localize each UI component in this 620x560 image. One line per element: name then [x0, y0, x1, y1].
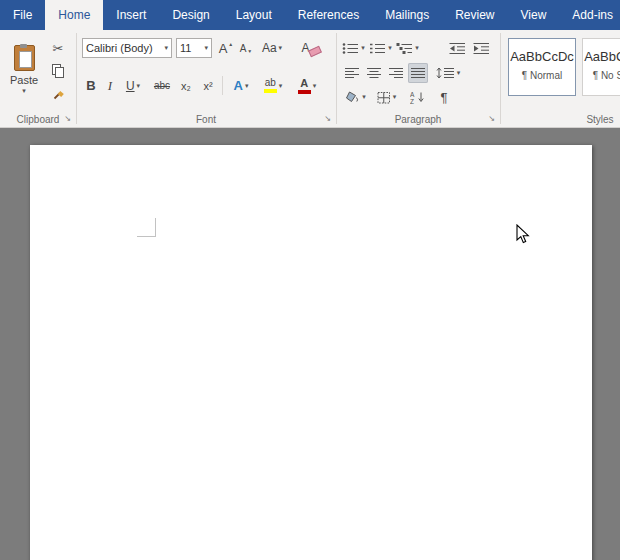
align-right-icon — [389, 67, 404, 79]
strikethrough-button[interactable]: abc — [150, 75, 174, 96]
font-name-value: Calibri (Body) — [86, 42, 153, 54]
clipboard-group: Paste Clipboard — [0, 30, 76, 127]
tab-insert[interactable]: Insert — [103, 0, 159, 30]
style-no-spacing[interactable]: AaBbCcDc ¶ No Spac — [582, 38, 620, 96]
paint-bucket-icon — [345, 91, 360, 103]
bold-icon: B — [86, 78, 95, 93]
bullets-button[interactable] — [341, 38, 366, 58]
underline-button[interactable]: U — [120, 75, 146, 96]
justify-button[interactable] — [408, 63, 428, 83]
font-dialog-launcher-icon[interactable] — [322, 113, 333, 124]
format-painter-brush-icon — [52, 87, 65, 100]
style-preview: AaBbCcDc — [509, 49, 575, 64]
scissors-icon — [53, 39, 64, 57]
copy-icon — [52, 64, 65, 78]
font-color-icon: A — [298, 78, 311, 94]
eraser-icon — [308, 46, 322, 57]
sort-button[interactable]: A Z — [406, 87, 428, 107]
margin-crop-mark — [137, 218, 156, 237]
svg-text:Z: Z — [410, 97, 414, 104]
clipboard-dialog-launcher-icon[interactable] — [62, 113, 73, 124]
paste-button[interactable]: Paste — [4, 34, 44, 106]
borders-grid-icon — [377, 91, 391, 104]
styles-group-label: Styles — [500, 114, 620, 125]
tab-design[interactable]: Design — [159, 0, 222, 30]
font-color-button[interactable]: A — [292, 75, 322, 96]
document-page[interactable] — [30, 145, 592, 560]
font-group-label: Font — [76, 114, 336, 125]
tab-layout[interactable]: Layout — [223, 0, 285, 30]
italic-icon: I — [108, 78, 112, 94]
line-spacing-button[interactable] — [433, 63, 463, 83]
ribbon: Paste Clipboard Calibri (Body) — [0, 30, 620, 128]
strikethrough-icon: abc — [154, 80, 170, 91]
text-highlight-color-button[interactable]: ab — [258, 75, 288, 96]
shading-button[interactable] — [342, 87, 369, 107]
superscript-icon: x² — [203, 80, 212, 92]
line-spacing-icon — [436, 67, 455, 79]
subscript-icon: x₂ — [181, 80, 191, 92]
align-left-button[interactable] — [342, 63, 362, 83]
tab-addins[interactable]: Add-ins — [559, 0, 620, 30]
numbering-button[interactable] — [368, 38, 393, 58]
multilevel-list-icon — [396, 42, 413, 55]
change-case-button[interactable]: Aa — [258, 38, 286, 58]
italic-button[interactable]: I — [102, 75, 118, 96]
font-name-combobox[interactable]: Calibri (Body) — [82, 38, 172, 58]
grow-font-icon: A — [219, 41, 228, 56]
text-effects-icon: A — [234, 78, 243, 93]
bold-button[interactable]: B — [82, 75, 100, 96]
styles-group: AaBbCcDc ¶ Normal AaBbCcDc ¶ No Spac Sty… — [500, 30, 620, 127]
paste-label: Paste — [10, 74, 38, 86]
font-size-combobox[interactable]: 11 — [176, 38, 212, 58]
format-painter-button[interactable] — [46, 84, 70, 103]
increase-indent-button[interactable] — [470, 38, 492, 58]
paragraph-group: A Z ¶ Paragraph — [336, 30, 500, 127]
sort-az-icon: A Z — [410, 91, 425, 104]
tab-references[interactable]: References — [285, 0, 372, 30]
shrink-font-button[interactable]: A — [237, 38, 255, 58]
style-name: ¶ Normal — [509, 70, 575, 81]
tab-review[interactable]: Review — [442, 0, 507, 30]
font-group: Calibri (Body) 11 A A Aa A B I — [76, 30, 336, 127]
align-center-icon — [367, 67, 382, 79]
show-paragraph-marks-button[interactable]: ¶ — [434, 87, 454, 107]
multilevel-list-button[interactable] — [395, 38, 420, 58]
tab-view[interactable]: View — [508, 0, 560, 30]
increase-indent-icon — [473, 42, 490, 55]
justify-icon — [411, 67, 426, 79]
tab-mailings[interactable]: Mailings — [372, 0, 442, 30]
cut-button[interactable] — [46, 38, 70, 57]
highlight-icon: ab — [264, 78, 277, 93]
style-normal[interactable]: AaBbCcDc ¶ Normal — [508, 38, 576, 96]
paragraph-dialog-launcher-icon[interactable] — [486, 113, 497, 124]
clear-formatting-button[interactable]: A — [298, 38, 324, 58]
word-window: File Home Insert Design Layout Reference… — [0, 0, 620, 560]
style-name: ¶ No Spac — [583, 70, 620, 81]
decrease-indent-button[interactable] — [446, 38, 468, 58]
subscript-button[interactable]: x₂ — [176, 75, 196, 96]
font-row-divider — [222, 76, 223, 95]
superscript-button[interactable]: x² — [198, 75, 218, 96]
grow-font-button[interactable]: A — [216, 38, 236, 58]
style-preview: AaBbCcDc — [583, 49, 620, 64]
document-canvas — [0, 128, 620, 560]
pilcrow-icon: ¶ — [441, 90, 448, 105]
text-effects-button[interactable]: A — [228, 75, 254, 96]
borders-button[interactable] — [373, 87, 400, 107]
shrink-font-icon: A — [240, 43, 247, 54]
font-size-value: 11 — [180, 42, 191, 54]
align-left-icon — [345, 67, 360, 79]
mouse-cursor-icon — [516, 224, 531, 245]
paragraph-group-label: Paragraph — [336, 114, 500, 125]
numbered-list-icon — [369, 42, 386, 55]
paste-clipboard-icon — [14, 45, 35, 71]
align-center-button[interactable] — [364, 63, 384, 83]
tab-file[interactable]: File — [0, 0, 45, 30]
change-case-icon: Aa — [262, 41, 277, 55]
copy-button[interactable] — [46, 61, 70, 80]
underline-icon: U — [126, 79, 135, 93]
align-right-button[interactable] — [386, 63, 406, 83]
tab-home[interactable]: Home — [45, 0, 103, 30]
bullet-list-icon — [342, 42, 359, 55]
